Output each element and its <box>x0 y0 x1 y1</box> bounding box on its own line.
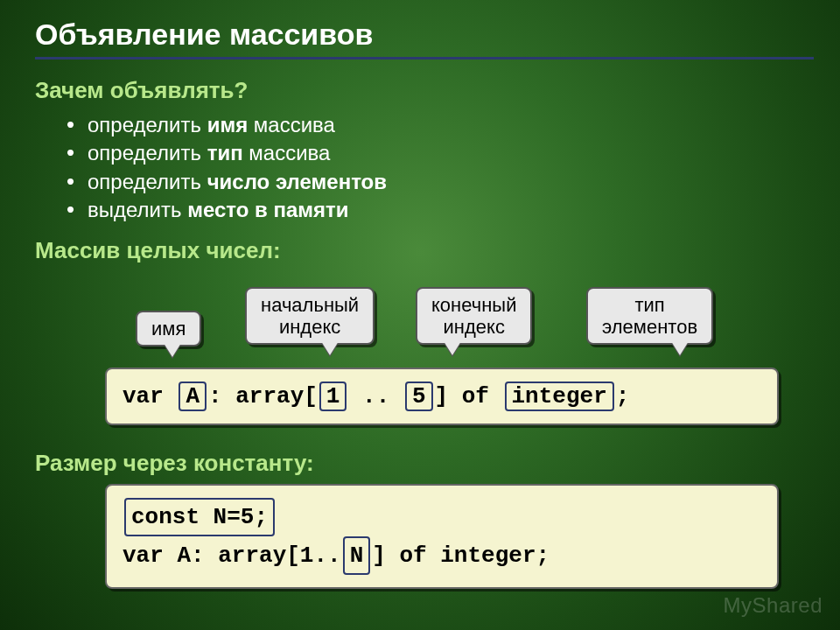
code-n: N <box>343 536 371 575</box>
code-element-type: integer <box>505 382 614 411</box>
bullet-pre: определить <box>88 141 207 164</box>
bullet-post: массива <box>243 141 331 164</box>
code-array-name: A <box>178 382 206 411</box>
why-heading: Зачем объявлять? <box>35 77 814 104</box>
callout-text: имя <box>151 318 186 340</box>
slide: Объявление массивов Зачем объявлять? опр… <box>0 0 840 630</box>
bullet-bold: тип <box>207 141 243 164</box>
callout-start-index: начальный индекс <box>245 287 374 346</box>
code-index-end: 5 <box>405 382 433 411</box>
const-heading: Размер через константу: <box>35 450 814 477</box>
code-token: var <box>122 383 177 410</box>
callout-name: имя <box>136 311 201 346</box>
code-const-line: const N=5; <box>124 498 275 536</box>
code-token: var A: array[1.. <box>122 542 341 569</box>
code-declaration: var A: array[1 .. 5] of integer; <box>105 368 779 425</box>
callout-element-type: тип элементов <box>586 287 713 346</box>
bullet-item: выделить место в памяти <box>88 196 814 224</box>
bullet-bold: имя <box>207 113 248 136</box>
why-bullets: определить имя массива определить тип ма… <box>35 111 814 225</box>
code-token: ; <box>616 383 630 410</box>
code-index-start: 1 <box>319 382 347 411</box>
code-token: : array[ <box>208 383 318 410</box>
code-token: ] of <box>435 383 503 410</box>
bullet-post: массива <box>248 113 335 136</box>
bullet-item: определить тип массива <box>88 139 814 167</box>
callout-text: тип элементов <box>602 294 697 338</box>
title-underline <box>35 57 814 60</box>
code-token: ] of integer; <box>372 542 550 569</box>
code-const-declaration: const N=5; var A: array[1..N] of integer… <box>105 484 779 590</box>
bullet-item: определить имя массива <box>88 111 814 139</box>
bullet-pre: выделить <box>88 198 187 221</box>
callout-text: начальный индекс <box>261 294 359 338</box>
bullet-pre: определить <box>88 113 207 136</box>
int-array-heading: Массив целых чисел: <box>35 237 814 264</box>
callout-end-index: конечный индекс <box>416 287 532 346</box>
code-token: .. <box>348 383 402 410</box>
callout-text: конечный индекс <box>431 294 516 338</box>
bullet-bold: число элементов <box>207 170 387 193</box>
bullet-item: определить число элементов <box>88 168 814 196</box>
bullet-bold: место в памяти <box>187 198 348 221</box>
watermark: MyShared <box>724 593 822 618</box>
bullet-pre: определить <box>88 170 207 193</box>
declaration-diagram: имя начальный индекс конечный индекс тип… <box>35 271 814 446</box>
slide-title: Объявление массивов <box>35 18 814 52</box>
